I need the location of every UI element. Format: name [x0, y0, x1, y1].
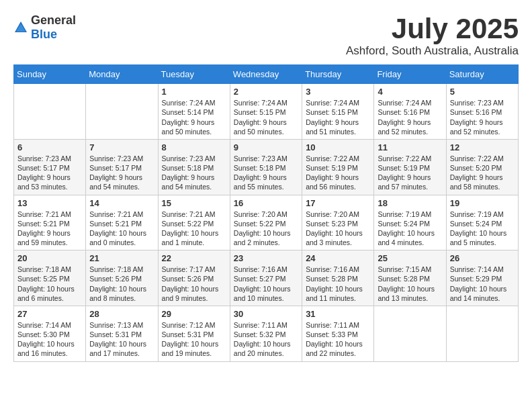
day-number: 7	[89, 142, 154, 152]
day-detail: Sunrise: 7:21 AM Sunset: 5:21 PM Dayligh…	[17, 210, 82, 248]
title-area: July 2025 Ashford, South Australia, Aust…	[346, 13, 519, 58]
day-number: 5	[450, 87, 515, 97]
day-detail: Sunrise: 7:11 AM Sunset: 5:33 PM Dayligh…	[306, 320, 370, 359]
day-number: 24	[306, 253, 370, 263]
day-cell	[86, 84, 158, 140]
week-row-1: 1Sunrise: 7:24 AM Sunset: 5:14 PM Daylig…	[14, 84, 519, 140]
day-number: 16	[234, 198, 298, 208]
day-cell: 17Sunrise: 7:20 AM Sunset: 5:23 PM Dayli…	[302, 195, 374, 250]
weekday-header-friday: Friday	[374, 65, 446, 84]
day-number: 27	[17, 309, 82, 319]
day-number: 26	[450, 253, 515, 263]
week-row-4: 20Sunrise: 7:18 AM Sunset: 5:25 PM Dayli…	[14, 250, 519, 306]
weekday-header-saturday: Saturday	[446, 65, 518, 84]
logo-general: General	[31, 13, 76, 27]
day-number: 15	[162, 198, 226, 208]
day-cell: 20Sunrise: 7:18 AM Sunset: 5:25 PM Dayli…	[14, 250, 86, 306]
day-cell	[374, 306, 446, 361]
day-cell: 3Sunrise: 7:24 AM Sunset: 5:15 PM Daylig…	[302, 84, 374, 140]
month-title: July 2025	[346, 13, 519, 44]
day-number: 14	[89, 198, 154, 208]
day-number: 31	[306, 309, 370, 319]
weekday-header-thursday: Thursday	[302, 65, 374, 84]
day-detail: Sunrise: 7:23 AM Sunset: 5:17 PM Dayligh…	[89, 154, 154, 192]
day-cell: 2Sunrise: 7:24 AM Sunset: 5:15 PM Daylig…	[230, 84, 302, 140]
day-cell: 4Sunrise: 7:24 AM Sunset: 5:16 PM Daylig…	[374, 84, 446, 140]
week-row-2: 6Sunrise: 7:23 AM Sunset: 5:17 PM Daylig…	[14, 139, 519, 195]
day-number: 2	[234, 87, 298, 97]
day-number: 10	[306, 142, 370, 152]
day-detail: Sunrise: 7:22 AM Sunset: 5:19 PM Dayligh…	[378, 154, 442, 192]
logo: General Blue	[13, 13, 76, 42]
day-number: 12	[450, 142, 515, 152]
day-cell	[446, 306, 518, 361]
day-number: 23	[234, 253, 298, 263]
day-detail: Sunrise: 7:14 AM Sunset: 5:29 PM Dayligh…	[450, 265, 515, 303]
day-detail: Sunrise: 7:20 AM Sunset: 5:23 PM Dayligh…	[306, 210, 370, 248]
week-row-5: 27Sunrise: 7:14 AM Sunset: 5:30 PM Dayli…	[14, 306, 519, 361]
day-detail: Sunrise: 7:21 AM Sunset: 5:22 PM Dayligh…	[162, 210, 226, 248]
day-cell: 9Sunrise: 7:23 AM Sunset: 5:18 PM Daylig…	[230, 139, 302, 195]
day-cell: 16Sunrise: 7:20 AM Sunset: 5:22 PM Dayli…	[230, 195, 302, 250]
day-cell: 6Sunrise: 7:23 AM Sunset: 5:17 PM Daylig…	[14, 139, 86, 195]
day-number: 11	[378, 142, 442, 152]
day-number: 21	[89, 253, 154, 263]
day-detail: Sunrise: 7:19 AM Sunset: 5:24 PM Dayligh…	[450, 210, 515, 248]
day-number: 9	[234, 142, 298, 152]
day-detail: Sunrise: 7:16 AM Sunset: 5:27 PM Dayligh…	[234, 265, 298, 303]
day-cell: 12Sunrise: 7:22 AM Sunset: 5:20 PM Dayli…	[446, 139, 518, 195]
day-number: 22	[162, 253, 226, 263]
day-number: 6	[17, 142, 82, 152]
day-detail: Sunrise: 7:16 AM Sunset: 5:28 PM Dayligh…	[306, 265, 370, 303]
day-detail: Sunrise: 7:23 AM Sunset: 5:18 PM Dayligh…	[162, 154, 226, 192]
day-detail: Sunrise: 7:23 AM Sunset: 5:18 PM Dayligh…	[234, 154, 298, 192]
day-detail: Sunrise: 7:24 AM Sunset: 5:15 PM Dayligh…	[306, 98, 370, 136]
day-detail: Sunrise: 7:18 AM Sunset: 5:26 PM Dayligh…	[89, 265, 154, 303]
day-cell: 7Sunrise: 7:23 AM Sunset: 5:17 PM Daylig…	[86, 139, 158, 195]
day-number: 29	[162, 309, 226, 319]
day-detail: Sunrise: 7:14 AM Sunset: 5:30 PM Dayligh…	[17, 320, 82, 359]
day-number: 17	[306, 198, 370, 208]
weekday-header-monday: Monday	[86, 65, 158, 84]
weekday-header-tuesday: Tuesday	[158, 65, 230, 84]
day-cell: 15Sunrise: 7:21 AM Sunset: 5:22 PM Dayli…	[158, 195, 230, 250]
day-cell: 1Sunrise: 7:24 AM Sunset: 5:14 PM Daylig…	[158, 84, 230, 140]
weekday-header-sunday: Sunday	[14, 65, 86, 84]
day-detail: Sunrise: 7:15 AM Sunset: 5:28 PM Dayligh…	[378, 265, 442, 303]
day-number: 4	[378, 87, 442, 97]
day-number: 25	[378, 253, 442, 263]
day-cell: 31Sunrise: 7:11 AM Sunset: 5:33 PM Dayli…	[302, 306, 374, 361]
weekday-header-row: SundayMondayTuesdayWednesdayThursdayFrid…	[14, 65, 519, 84]
week-row-3: 13Sunrise: 7:21 AM Sunset: 5:21 PM Dayli…	[14, 195, 519, 250]
calendar-table: SundayMondayTuesdayWednesdayThursdayFrid…	[13, 64, 519, 361]
day-cell: 21Sunrise: 7:18 AM Sunset: 5:26 PM Dayli…	[86, 250, 158, 306]
day-number: 19	[450, 198, 515, 208]
day-cell	[14, 84, 86, 140]
day-cell: 19Sunrise: 7:19 AM Sunset: 5:24 PM Dayli…	[446, 195, 518, 250]
day-cell: 28Sunrise: 7:13 AM Sunset: 5:31 PM Dayli…	[86, 306, 158, 361]
day-cell: 8Sunrise: 7:23 AM Sunset: 5:18 PM Daylig…	[158, 139, 230, 195]
day-cell: 25Sunrise: 7:15 AM Sunset: 5:28 PM Dayli…	[374, 250, 446, 306]
day-number: 28	[89, 309, 154, 319]
day-cell: 26Sunrise: 7:14 AM Sunset: 5:29 PM Dayli…	[446, 250, 518, 306]
day-number: 3	[306, 87, 370, 97]
day-detail: Sunrise: 7:12 AM Sunset: 5:31 PM Dayligh…	[162, 320, 226, 359]
day-number: 13	[17, 198, 82, 208]
day-cell: 22Sunrise: 7:17 AM Sunset: 5:26 PM Dayli…	[158, 250, 230, 306]
day-detail: Sunrise: 7:22 AM Sunset: 5:19 PM Dayligh…	[306, 154, 370, 192]
day-detail: Sunrise: 7:17 AM Sunset: 5:26 PM Dayligh…	[162, 265, 226, 303]
day-cell: 30Sunrise: 7:11 AM Sunset: 5:32 PM Dayli…	[230, 306, 302, 361]
day-cell: 27Sunrise: 7:14 AM Sunset: 5:30 PM Dayli…	[14, 306, 86, 361]
logo-blue: Blue	[31, 28, 57, 41]
logo-icon	[13, 20, 28, 35]
day-number: 8	[162, 142, 226, 152]
page-header: General Blue July 2025 Ashford, South Au…	[13, 13, 519, 58]
day-detail: Sunrise: 7:24 AM Sunset: 5:16 PM Dayligh…	[378, 98, 442, 136]
day-cell: 5Sunrise: 7:23 AM Sunset: 5:16 PM Daylig…	[446, 84, 518, 140]
location-title: Ashford, South Australia, Australia	[346, 44, 519, 58]
day-number: 18	[378, 198, 442, 208]
day-detail: Sunrise: 7:22 AM Sunset: 5:20 PM Dayligh…	[450, 154, 515, 192]
day-cell: 18Sunrise: 7:19 AM Sunset: 5:24 PM Dayli…	[374, 195, 446, 250]
day-number: 20	[17, 253, 82, 263]
day-detail: Sunrise: 7:19 AM Sunset: 5:24 PM Dayligh…	[378, 210, 442, 248]
